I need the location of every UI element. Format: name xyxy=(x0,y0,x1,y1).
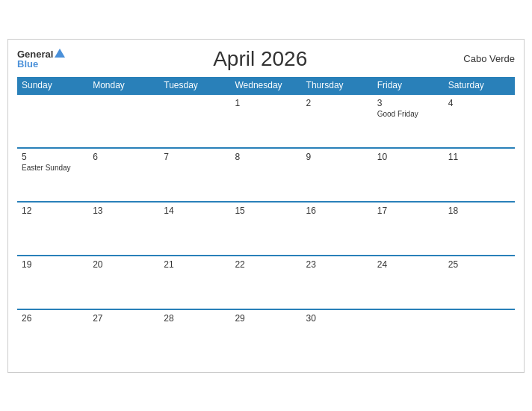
day-number: 25 xyxy=(448,259,510,270)
calendar-day-cell: 22 xyxy=(230,256,301,309)
calendar-day-cell: 13 xyxy=(88,202,159,256)
calendar-day-cell: 30 xyxy=(302,309,373,363)
header-friday: Friday xyxy=(373,77,444,94)
day-number: 4 xyxy=(448,98,510,108)
day-number: 12 xyxy=(22,206,84,216)
calendar-day-cell: 10 xyxy=(373,148,444,202)
calendar-day-cell: 5Easter Sunday xyxy=(17,148,88,202)
day-number: 21 xyxy=(164,259,226,270)
calendar-day-cell: 20 xyxy=(88,256,159,309)
logo-general-text: General xyxy=(17,49,53,59)
calendar-day-cell: 3Good Friday xyxy=(373,94,444,148)
day-number: 28 xyxy=(164,313,226,324)
calendar-day-cell xyxy=(373,309,444,363)
calendar-day-cell: 1 xyxy=(230,94,301,148)
calendar-day-cell: 19 xyxy=(17,256,88,309)
country-label: Cabo Verde xyxy=(455,53,515,64)
calendar-week-row: 19202122232425 xyxy=(17,256,515,309)
header-sunday: Sunday xyxy=(17,77,88,94)
day-number: 8 xyxy=(235,152,297,162)
calendar-day-cell: 11 xyxy=(444,148,515,202)
logo-general: General xyxy=(17,49,65,59)
calendar-day-cell xyxy=(88,94,159,148)
calendar-day-cell: 29 xyxy=(230,309,301,363)
day-number: 17 xyxy=(377,206,439,216)
header-thursday: Thursday xyxy=(302,77,373,94)
day-number: 13 xyxy=(93,206,155,216)
day-number: 16 xyxy=(306,206,368,216)
calendar-week-row: 5Easter Sunday67891011 xyxy=(17,148,515,202)
calendar-table: Sunday Monday Tuesday Wednesday Thursday… xyxy=(17,77,515,363)
calendar-body: 123Good Friday45Easter Sunday67891011121… xyxy=(17,94,515,363)
calendar-day-cell: 14 xyxy=(159,202,230,256)
calendar-day-cell: 7 xyxy=(159,148,230,202)
day-number: 15 xyxy=(235,206,297,216)
calendar-thead: Sunday Monday Tuesday Wednesday Thursday… xyxy=(17,77,515,94)
calendar-day-cell: 15 xyxy=(230,202,301,256)
day-number: 11 xyxy=(448,152,510,162)
calendar-day-cell: 9 xyxy=(302,148,373,202)
day-number: 18 xyxy=(448,206,510,216)
calendar-day-cell: 27 xyxy=(88,309,159,363)
calendar-day-cell: 12 xyxy=(17,202,88,256)
day-number: 9 xyxy=(306,152,368,162)
day-number: 22 xyxy=(235,259,297,270)
calendar-day-cell: 16 xyxy=(302,202,373,256)
day-number: 14 xyxy=(164,206,226,216)
day-number: 20 xyxy=(93,259,155,270)
calendar-day-cell: 26 xyxy=(17,309,88,363)
calendar-week-row: 12131415161718 xyxy=(17,202,515,256)
calendar-week-row: 2627282930 xyxy=(17,309,515,363)
calendar-day-cell: 24 xyxy=(373,256,444,309)
calendar-container: General Blue April 2026 Cabo Verde Sunda… xyxy=(7,39,525,373)
logo: General Blue xyxy=(17,49,65,69)
weekday-header-row: Sunday Monday Tuesday Wednesday Thursday… xyxy=(17,77,515,94)
calendar-day-cell: 25 xyxy=(444,256,515,309)
calendar-day-cell: 2 xyxy=(302,94,373,148)
header-tuesday: Tuesday xyxy=(159,77,230,94)
header-wednesday: Wednesday xyxy=(230,77,301,94)
day-number: 30 xyxy=(306,313,368,324)
calendar-day-cell: 28 xyxy=(159,309,230,363)
day-number: 27 xyxy=(93,313,155,324)
day-number: 5 xyxy=(22,152,84,162)
logo-blue-text: Blue xyxy=(17,59,65,69)
day-number: 26 xyxy=(22,313,84,324)
day-number: 1 xyxy=(235,98,297,108)
calendar-title: April 2026 xyxy=(65,47,455,71)
header-monday: Monday xyxy=(88,77,159,94)
calendar-day-cell: 21 xyxy=(159,256,230,309)
calendar-header: General Blue April 2026 Cabo Verde xyxy=(17,47,515,71)
calendar-day-cell: 17 xyxy=(373,202,444,256)
day-number: 19 xyxy=(22,259,84,270)
calendar-day-cell xyxy=(159,94,230,148)
day-number: 23 xyxy=(306,259,368,270)
day-number: 29 xyxy=(235,313,297,324)
holiday-label: Good Friday xyxy=(377,110,439,118)
calendar-week-row: 123Good Friday4 xyxy=(17,94,515,148)
day-number: 24 xyxy=(377,259,439,270)
calendar-day-cell: 4 xyxy=(444,94,515,148)
calendar-day-cell: 8 xyxy=(230,148,301,202)
day-number: 7 xyxy=(164,152,226,162)
calendar-day-cell: 23 xyxy=(302,256,373,309)
day-number: 6 xyxy=(93,152,155,162)
calendar-day-cell: 18 xyxy=(444,202,515,256)
holiday-label: Easter Sunday xyxy=(22,164,84,172)
day-number: 3 xyxy=(377,98,439,108)
calendar-day-cell xyxy=(444,309,515,363)
logo-triangle-icon xyxy=(55,49,65,58)
header-saturday: Saturday xyxy=(444,77,515,94)
day-number: 2 xyxy=(306,98,368,108)
day-number: 10 xyxy=(377,152,439,162)
calendar-day-cell: 6 xyxy=(88,148,159,202)
calendar-day-cell xyxy=(17,94,88,148)
